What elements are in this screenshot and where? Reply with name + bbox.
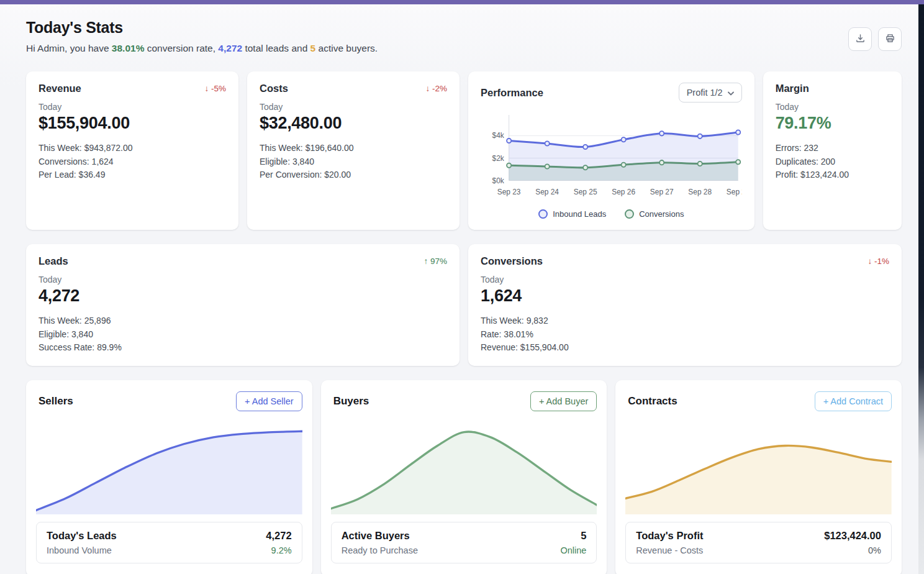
costs-card: Costs ↓ -2% Today $32,480.00 This Week: …	[247, 71, 460, 230]
arrow-up-icon: ↑	[424, 257, 428, 266]
revenue-value: $155,904.00	[38, 114, 226, 133]
buyers-title: Buyers	[331, 395, 369, 408]
conversions-title: Conversions	[481, 255, 543, 267]
leads-trend-badge: ↑ 97%	[424, 257, 447, 266]
total-leads-value: 4,272	[218, 43, 242, 53]
performance-title: Performance	[481, 87, 543, 99]
costs-value: $32,480.00	[260, 114, 447, 133]
legend-dot-icon	[538, 209, 548, 219]
header-text: Today's Stats Hi Admin, you have 38.01% …	[26, 19, 378, 54]
stat-line: Eligible: 3,840	[260, 155, 447, 169]
stat-line: Success Rate: 89.9%	[38, 341, 447, 355]
stat-subvalue: 0%	[868, 545, 881, 555]
header-actions	[848, 27, 902, 51]
leads-value: 4,272	[38, 286, 447, 306]
print-button[interactable]	[878, 27, 902, 51]
stat-line: Per Conversion: $20.00	[260, 168, 447, 182]
conversion-rate-value: 38.01%	[112, 43, 145, 53]
arrow-down-icon: ↓	[867, 257, 872, 266]
stat-line: Errors: 232	[776, 142, 889, 155]
sellers-title: Sellers	[36, 395, 73, 408]
margin-value: 79.17%	[776, 114, 889, 133]
stat-line: This Week: 9,832	[481, 314, 889, 328]
period-label: Today	[260, 102, 447, 112]
chevron-down-icon	[728, 88, 734, 98]
arrow-down-icon: ↓	[204, 84, 209, 93]
stat-value: 5	[581, 530, 586, 542]
add-seller-button[interactable]: + Add Seller	[236, 391, 302, 411]
costs-title: Costs	[260, 83, 288, 94]
add-buyer-button[interactable]: + Add Buyer	[530, 391, 597, 411]
stat-subvalue: Online	[560, 545, 586, 555]
page-header: Today's Stats Hi Admin, you have 38.01% …	[26, 19, 902, 54]
stat-subvalue: 9.2%	[271, 545, 292, 555]
contracts-card: Contracts + Add Contract Today's Profit …	[615, 380, 902, 574]
svg-text:Sep 25: Sep 25	[574, 188, 597, 196]
stat-value: $123,424.00	[824, 530, 881, 542]
svg-text:Sep 29: Sep 29	[727, 188, 742, 196]
active-buyers-value: 5	[310, 43, 316, 53]
stat-subtitle: Inbound Volume	[47, 545, 112, 555]
margin-card: Margin Today 79.17% Errors: 232 Duplicat…	[763, 71, 902, 230]
svg-text:Sep 26: Sep 26	[612, 188, 635, 196]
performance-legend: Inbound Leads Conversions	[481, 209, 742, 219]
svg-text:$4k: $4k	[492, 131, 505, 140]
print-icon	[885, 33, 895, 45]
margin-title: Margin	[776, 83, 809, 94]
contracts-chart	[625, 420, 892, 514]
leads-card: Leads ↑ 97% Today 4,272 This Week: 25,89…	[26, 244, 460, 366]
stat-title: Today's Leads	[47, 530, 117, 542]
stat-line: This Week: $943,872.00	[38, 142, 226, 155]
cards-grid: Revenue ↓ -5% Today $155,904.00 This Wee…	[26, 71, 902, 574]
stat-title: Active Buyers	[342, 530, 410, 542]
stat-line: Revenue: $155,904.00	[481, 341, 889, 355]
legend-item-conversions[interactable]: Conversions	[625, 209, 684, 219]
svg-text:Sep 23: Sep 23	[497, 188, 521, 196]
costs-trend-badge: ↓ -2%	[425, 84, 447, 93]
performance-card: Performance Profit 1/2 $0k$2k$4kSep 23Se…	[468, 71, 754, 230]
add-contract-button[interactable]: + Add Contract	[815, 391, 892, 411]
sellers-card: Sellers + Add Seller Today's Leads 4,272…	[26, 380, 312, 574]
svg-text:Sep 24: Sep 24	[535, 188, 559, 196]
stat-line: Rate: 38.01%	[481, 328, 889, 342]
buyers-chart	[331, 420, 597, 514]
buyers-stat-box: Active Buyers 5 Ready to Purchase Online	[331, 522, 597, 563]
revenue-title: Revenue	[38, 83, 81, 94]
stat-line: Conversions: 1,624	[38, 155, 226, 169]
conversions-card: Conversions ↓ -1% Today 1,624 This Week:…	[468, 244, 902, 366]
sellers-stat-box: Today's Leads 4,272 Inbound Volume 9.2%	[36, 522, 302, 563]
stat-line: This Week: $196,640.00	[260, 142, 447, 155]
stat-line: Profit: $123,424.00	[776, 168, 889, 182]
stat-line: Per Lead: $36.49	[38, 168, 226, 182]
svg-text:Sep 27: Sep 27	[650, 188, 674, 196]
performance-chart: $0k$2k$4kSep 23Sep 24Sep 25Sep 26Sep 27S…	[481, 110, 742, 203]
stat-title: Today's Profit	[636, 530, 703, 542]
period-label: Today	[38, 275, 447, 285]
page-title: Today's Stats	[26, 19, 378, 37]
revenue-trend-badge: ↓ -5%	[204, 84, 226, 93]
sellers-chart	[36, 420, 302, 514]
period-label: Today	[38, 102, 226, 112]
arrow-down-icon: ↓	[425, 84, 430, 93]
stat-subtitle: Ready to Purchase	[342, 545, 418, 555]
page-subtitle: Hi Admin, you have 38.01% conversion rat…	[26, 43, 378, 54]
conversions-value: 1,624	[481, 286, 889, 306]
conversions-trend-badge: ↓ -1%	[867, 257, 889, 266]
stat-subtitle: Revenue - Costs	[636, 545, 703, 555]
svg-text:$2k: $2k	[492, 153, 505, 162]
download-button[interactable]	[848, 27, 872, 51]
dashboard: Today's Stats Hi Admin, you have 38.01% …	[0, 0, 924, 574]
period-label: Today	[481, 275, 889, 285]
contracts-stat-box: Today's Profit $123,424.00 Revenue - Cos…	[625, 522, 892, 563]
stat-value: 4,272	[266, 530, 291, 542]
svg-text:$0k: $0k	[492, 176, 505, 184]
legend-dot-icon	[625, 209, 634, 219]
profit-dropdown[interactable]: Profit 1/2	[679, 83, 742, 102]
stat-line: Eligible: 3,840	[38, 328, 447, 342]
window-edge	[918, 0, 924, 574]
svg-text:Sep 28: Sep 28	[688, 188, 712, 196]
legend-item-inbound-leads[interactable]: Inbound Leads	[538, 209, 606, 219]
contracts-title: Contracts	[625, 395, 677, 408]
download-icon	[855, 33, 866, 45]
stat-line: Duplicates: 200	[776, 155, 889, 169]
